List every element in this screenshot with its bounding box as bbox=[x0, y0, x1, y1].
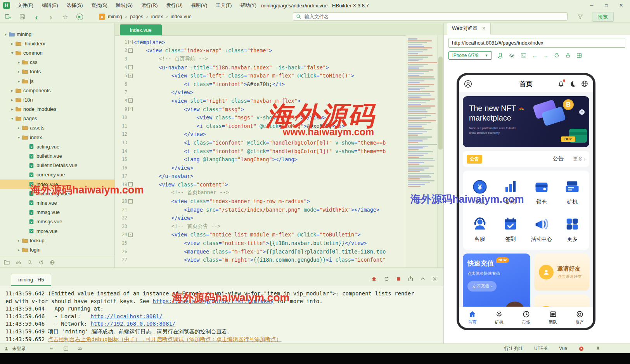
line-number[interactable]: 1 bbox=[115, 40, 127, 45]
language-mode[interactable]: Vue bbox=[559, 346, 567, 351]
line-number[interactable]: 12 bbox=[115, 131, 127, 137]
console-link[interactable]: https://vuejs.org/guide/list.html#key bbox=[152, 298, 273, 304]
console-tab[interactable]: mining - H5 bbox=[11, 274, 51, 286]
tab-assets[interactable]: 资产 bbox=[566, 307, 593, 328]
close-icon[interactable]: ✕ bbox=[482, 26, 486, 31]
rotate-device-icon[interactable] bbox=[497, 52, 504, 59]
tab-team[interactable]: 团队 bbox=[540, 307, 566, 328]
breadcrumb-item[interactable]: index bbox=[151, 14, 163, 19]
line-number[interactable]: 16 bbox=[115, 165, 127, 171]
tree-item--hbuilderx[interactable]: ▸.hbuilderx bbox=[0, 39, 114, 48]
find-in-files-icon[interactable] bbox=[27, 260, 33, 265]
maximize-button[interactable]: □ bbox=[599, 0, 614, 11]
bell-icon[interactable] bbox=[557, 80, 565, 88]
back-icon[interactable]: ‹ bbox=[33, 13, 40, 21]
invite-friends-card[interactable]: 邀请好友 点击邀请好友 bbox=[534, 254, 589, 291]
link-icon[interactable] bbox=[77, 346, 83, 351]
rocket-icon[interactable] bbox=[595, 346, 601, 351]
tree-item-i18n[interactable]: ▸i18n bbox=[0, 95, 114, 104]
tree-item-currency-vue[interactable]: Vcurrency.vue bbox=[0, 170, 114, 179]
tree-item-node_modules[interactable]: ▸node_modules bbox=[0, 105, 114, 114]
minimap[interactable] bbox=[406, 35, 438, 267]
line-number[interactable]: 15 bbox=[115, 157, 127, 162]
line-number[interactable]: 4 bbox=[115, 65, 127, 70]
terminal-box-icon[interactable] bbox=[63, 346, 69, 351]
agent-intro-card[interactable]: 代理介绍 bbox=[534, 295, 589, 307]
tree-item-mmsgs-vue[interactable]: Vmmsgs.vue bbox=[0, 217, 114, 226]
tree-item-login[interactable]: ▸login bbox=[0, 245, 114, 254]
line-number[interactable]: 27 bbox=[115, 257, 127, 262]
record-dot-icon[interactable] bbox=[579, 346, 584, 351]
scrollbar-thumb[interactable] bbox=[438, 57, 443, 150]
folder-icon[interactable] bbox=[4, 260, 10, 265]
export-log-icon[interactable] bbox=[408, 276, 414, 282]
console-link[interactable]: http://localhost:8081/ bbox=[90, 313, 162, 319]
notice-bar[interactable]: 公告 公告 更多› bbox=[463, 151, 589, 167]
code-area[interactable]: 1-<template>2- <view class="index-wrap" … bbox=[115, 35, 406, 267]
menu-item-4[interactable]: 跳转(G) bbox=[112, 0, 137, 11]
menu-item-3[interactable]: 查找(S) bbox=[87, 0, 112, 11]
split-view-icon[interactable] bbox=[576, 52, 582, 59]
editor-tab-index-vue[interactable]: index.vue bbox=[120, 24, 162, 35]
feature-withdraw[interactable]: 提现 bbox=[495, 178, 526, 205]
device-selector[interactable]: iPhone 6/7/8 ▼ bbox=[448, 51, 492, 60]
login-status[interactable]: 未登录 bbox=[4, 345, 26, 352]
notice-more-label[interactable]: 更多 bbox=[573, 155, 583, 162]
avatar-icon[interactable] bbox=[464, 79, 472, 88]
feature-activity[interactable]: 活动中心 bbox=[526, 216, 557, 243]
tab-home[interactable]: 首页 bbox=[459, 307, 486, 328]
cursor-position[interactable]: 行:1 列:1 bbox=[504, 345, 523, 352]
url-bar[interactable]: http://localhost:8081/#/pages/index/inde… bbox=[448, 38, 625, 48]
fold-marker-icon[interactable]: - bbox=[127, 182, 133, 186]
settings-gear-icon[interactable] bbox=[509, 52, 515, 59]
restart-icon[interactable] bbox=[384, 276, 389, 282]
fold-marker-icon[interactable]: - bbox=[127, 48, 133, 53]
fold-marker-icon[interactable]: - bbox=[127, 65, 133, 69]
breadcrumb-item[interactable]: mining bbox=[108, 14, 122, 19]
line-number[interactable]: 26 bbox=[115, 249, 127, 254]
reload-icon[interactable] bbox=[554, 52, 560, 59]
feature-recharge[interactable]: ¥充值 bbox=[464, 178, 495, 205]
feature-lockup[interactable]: 锁仓 bbox=[526, 178, 557, 205]
menu-item-2[interactable]: 选择(S) bbox=[62, 0, 87, 11]
run-icon[interactable]: ▶ bbox=[76, 13, 83, 21]
new-file-icon[interactable] bbox=[4, 13, 12, 21]
line-number[interactable]: 21 bbox=[115, 207, 127, 212]
moon-icon[interactable] bbox=[569, 80, 576, 88]
close-console-icon[interactable] bbox=[432, 276, 437, 281]
fold-marker-icon[interactable]: - bbox=[127, 40, 133, 44]
line-number[interactable]: 8 bbox=[115, 98, 127, 104]
tree-item-js[interactable]: ▸js bbox=[0, 76, 114, 86]
minimize-button[interactable]: ─ bbox=[584, 0, 599, 11]
outline-list-icon[interactable] bbox=[49, 346, 55, 351]
fold-marker-icon[interactable]: - bbox=[127, 107, 133, 111]
menu-item-1[interactable]: 编辑(E) bbox=[38, 0, 62, 11]
tab-web-browser[interactable]: Web浏览器 ✕ bbox=[447, 22, 491, 35]
feature-miner[interactable]: 矿机 bbox=[557, 178, 588, 205]
feature-more-grid[interactable]: 更多 bbox=[557, 216, 588, 243]
line-number[interactable]: 10 bbox=[115, 115, 127, 120]
line-number[interactable]: 22 bbox=[115, 215, 127, 221]
close-button[interactable]: ✕ bbox=[614, 0, 628, 11]
feature-service[interactable]: 客服 bbox=[464, 216, 495, 243]
menu-item-6[interactable]: 发行(U) bbox=[162, 0, 187, 11]
feature-signin[interactable]: 签到 bbox=[495, 216, 526, 243]
debug-bug-icon[interactable] bbox=[371, 276, 377, 282]
tree-item-css[interactable]: ▸css bbox=[0, 58, 114, 67]
encoding-label[interactable]: UTF-8 bbox=[534, 346, 547, 351]
globe-icon[interactable] bbox=[50, 260, 55, 265]
line-number[interactable]: 11 bbox=[115, 123, 127, 129]
breadcrumb-item[interactable]: index.vue bbox=[171, 14, 192, 19]
quick-recharge-card[interactable]: 快速充值NEW 点击体验快速充值 立即充值 › bbox=[463, 254, 530, 307]
fold-marker-icon[interactable]: - bbox=[127, 98, 133, 103]
tree-item-acting-vue[interactable]: Vacting.vue bbox=[0, 142, 114, 151]
line-number[interactable]: 14 bbox=[115, 148, 127, 154]
forward-icon[interactable]: › bbox=[47, 13, 55, 21]
menu-item-5[interactable]: 运行(R) bbox=[137, 0, 162, 11]
menu-item-9[interactable]: 帮助(Y) bbox=[236, 0, 261, 11]
menu-item-7[interactable]: 视图(V) bbox=[187, 0, 212, 11]
tree-item-bulletin-vue[interactable]: Vbulletin.vue bbox=[0, 151, 114, 160]
tree-item-index-vue[interactable]: Vindex.vue bbox=[0, 179, 114, 189]
collapse-panel-icon[interactable] bbox=[420, 276, 426, 281]
line-number[interactable]: 9 bbox=[115, 107, 127, 112]
